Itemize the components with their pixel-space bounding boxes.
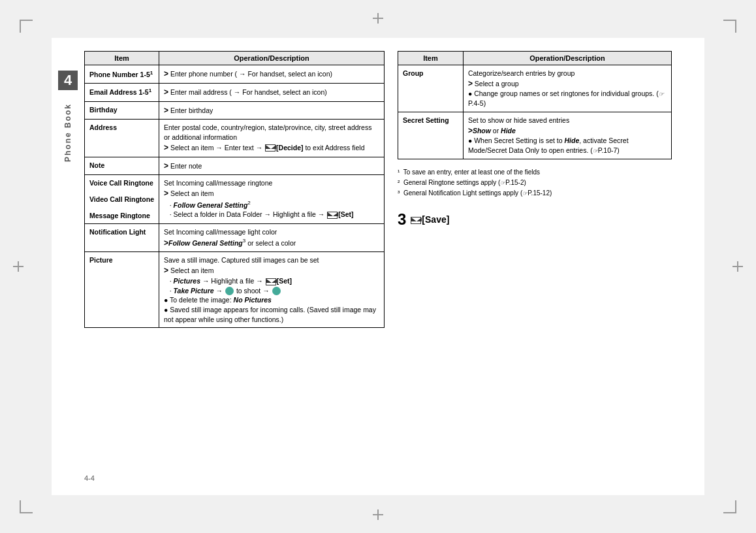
desc-notification-light: Set Incoming call/message light color >F… xyxy=(159,224,384,252)
crosshair-right xyxy=(732,261,743,272)
right-side: Item Operation/Description Group Categor… xyxy=(398,51,678,328)
table-row: Notification Light Set Incoming call/mes… xyxy=(85,224,385,252)
right-table: Item Operation/Description Group Categor… xyxy=(398,51,672,159)
desc-note: > Enter note xyxy=(159,157,384,175)
desc-ringtones: Set Incoming call/message ringtone > Sel… xyxy=(159,175,384,224)
table-row: Voice Call Ringtone Set Incoming call/me… xyxy=(85,175,385,191)
footnote-3: ³ General Notification Light settings ap… xyxy=(398,188,678,199)
item-address: Address xyxy=(85,120,159,157)
step-3-label: [Save] xyxy=(410,214,449,225)
table-row: Picture Save a still image. Captured sti… xyxy=(85,252,385,328)
item-voice-call: Voice Call Ringtone xyxy=(85,175,159,191)
step-3-save-label: [Save] xyxy=(422,214,449,225)
item-email: Email Address 1-51 xyxy=(85,83,159,101)
item-message-ringtone: Message Ringtone xyxy=(85,208,159,224)
item-note: Note xyxy=(85,157,159,175)
footnote-2: ² General Ringtone settings apply (☞P.15… xyxy=(398,178,678,188)
crosshair-bottom xyxy=(373,509,383,520)
item-birthday: Birthday xyxy=(85,101,159,120)
item-notification-light: Notification Light xyxy=(85,224,159,252)
footnote-1: ¹ To save an entry, enter at least one o… xyxy=(398,167,678,178)
table-row: Address Enter postal code, country/regio… xyxy=(85,120,385,157)
table-row: Birthday > Enter birthday xyxy=(85,101,385,120)
page-number: 4-4 xyxy=(84,474,95,482)
desc-secret-setting: Set to show or hide saved entries >Show … xyxy=(463,112,671,159)
item-video-call: Video Call Ringtone xyxy=(85,191,159,208)
desc-address: Enter postal code, country/region, state… xyxy=(159,120,384,157)
table-row: Group Categorize/search entries by group… xyxy=(398,65,672,112)
right-table-header-item: Item xyxy=(398,52,464,65)
desc-group: Categorize/search entries by group > Sel… xyxy=(463,65,671,112)
chapter-sidebar: 4 Phone Book xyxy=(58,44,84,489)
item-picture: Picture xyxy=(85,252,159,328)
item-secret-setting: Secret Setting xyxy=(398,112,464,159)
crosshair-top xyxy=(373,13,383,24)
table-row: Note > Enter note xyxy=(85,157,385,175)
table-row: Phone Number 1-51 > Enter phone number (… xyxy=(85,65,385,84)
content-area: 4 Phone Book Item Operation/Description … xyxy=(58,44,698,489)
desc-birthday: > Enter birthday xyxy=(159,101,384,120)
desc-picture: Save a still image. Captured still image… xyxy=(159,252,384,328)
right-table-header-desc: Operation/Description xyxy=(463,52,671,65)
table-row: Email Address 1-51 > Enter mail address … xyxy=(85,83,385,101)
tables-area: Item Operation/Description Phone Number … xyxy=(84,51,698,328)
step-3-area: 3 [Save] xyxy=(398,210,678,229)
chapter-title: Phone Book xyxy=(63,103,72,162)
left-table-header-desc: Operation/Description xyxy=(159,52,384,65)
desc-phone-number: > Enter phone number ( → For handset, se… xyxy=(159,65,384,84)
corner-mark-bl xyxy=(20,500,33,513)
left-table: Item Operation/Description Phone Number … xyxy=(84,51,385,328)
item-phone-number: Phone Number 1-51 xyxy=(85,65,159,84)
corner-mark-tr xyxy=(723,20,736,33)
item-group: Group xyxy=(398,65,464,112)
table-row: Secret Setting Set to show or hide saved… xyxy=(398,112,672,159)
step-3-number: 3 xyxy=(398,210,406,229)
corner-mark-tl xyxy=(20,20,33,33)
desc-email: > Enter mail address ( → For handset, se… xyxy=(159,83,384,101)
crosshair-left xyxy=(13,261,24,272)
chapter-number: 4 xyxy=(58,71,78,90)
left-table-header-item: Item xyxy=(85,52,159,65)
corner-mark-br xyxy=(723,500,736,513)
footnotes-area: ¹ To save an entry, enter at least one o… xyxy=(398,167,678,199)
tables-row: Item Operation/Description Phone Number … xyxy=(84,51,698,328)
